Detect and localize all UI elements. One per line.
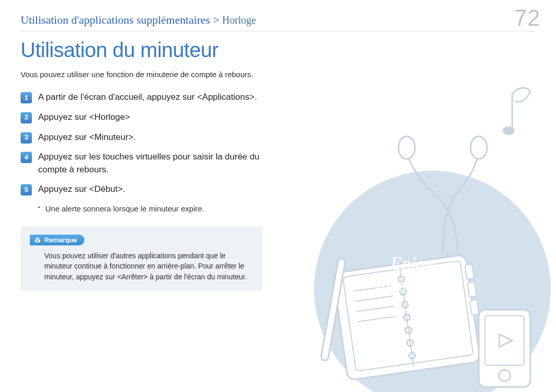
- svg-point-3: [471, 136, 487, 159]
- note-box: Remarque Vous pouvez utiliser d'autres a…: [21, 226, 263, 291]
- step-text: Appuyez sur les touches virtuelles pour …: [38, 151, 263, 176]
- decor-text: Enjoy music life: [376, 253, 448, 296]
- divider: [21, 31, 535, 31]
- svg-point-13: [409, 352, 416, 359]
- manual-page: 72 Utilisation d'applications supplément…: [0, 0, 556, 392]
- svg-line-6: [399, 266, 413, 366]
- svg-rect-18: [465, 264, 474, 279]
- svg-point-8: [399, 289, 407, 296]
- sub-bullet-list: Une alerte sonnera lorsque le minuteur e…: [38, 203, 265, 214]
- svg-line-14: [354, 286, 392, 291]
- step-number-badge: 1: [21, 92, 32, 103]
- svg-rect-22: [479, 310, 530, 387]
- music-note-icon: [503, 88, 530, 134]
- svg-point-7: [398, 276, 405, 283]
- svg-point-1: [503, 127, 514, 134]
- svg-line-15: [355, 296, 393, 301]
- step-item: 2 Appuyez sur <Horloge>: [21, 111, 263, 124]
- breadcrumb-separator: >: [213, 13, 219, 26]
- breadcrumb-current: Horloge: [222, 14, 256, 26]
- cube-icon: [34, 237, 41, 244]
- section-title: Utilisation du minuteur: [21, 39, 535, 62]
- svg-point-25: [499, 370, 510, 381]
- step-item: 3 Appuyez sur <Minuteur>.: [21, 131, 263, 144]
- planner-icon: [321, 255, 481, 380]
- step-number-badge: 5: [21, 184, 32, 195]
- step-item: 4 Appuyez sur les touches virtuelles pou…: [21, 151, 263, 176]
- step-text: Appuyez sur <Horloge>: [38, 111, 130, 124]
- step-number-badge: 2: [21, 112, 32, 123]
- svg-rect-23: [485, 316, 524, 365]
- step-item: 1 A partir de l'écran d'accueil, appuyez…: [21, 91, 263, 104]
- svg-point-12: [407, 340, 414, 347]
- step-text: Appuyez sur <Minuteur>.: [38, 131, 136, 144]
- svg-line-17: [358, 316, 396, 322]
- svg-point-0: [314, 171, 551, 392]
- svg-point-2: [398, 136, 415, 159]
- svg-line-16: [356, 306, 394, 311]
- decor-text-line1: Enjoy: [376, 253, 448, 274]
- note-label: Remarque: [44, 236, 77, 244]
- intro-text: Vous pouvez utiliser une fonction de min…: [21, 69, 263, 80]
- svg-point-9: [402, 301, 409, 308]
- decor-text-line2: music life: [376, 274, 448, 295]
- step-item: 5 Appuyez sur <Début>.: [21, 183, 263, 196]
- media-player-icon: [479, 310, 530, 387]
- sub-bullet-item: Une alerte sonnera lorsque le minuteur e…: [38, 203, 265, 214]
- steps-list: 1 A partir de l'écran d'accueil, appuyez…: [21, 91, 263, 196]
- svg-point-10: [403, 314, 410, 321]
- breadcrumb-parent: Utilisation d'applications supplémentair…: [21, 13, 210, 26]
- svg-rect-19: [467, 282, 477, 297]
- svg-point-11: [405, 327, 412, 334]
- note-text: Vous pouvez utiliser d'autres applicatio…: [44, 251, 253, 282]
- svg-rect-4: [333, 255, 481, 380]
- decorative-illustration: Enjoy music life: [309, 63, 556, 392]
- earphones-icon: [398, 136, 487, 315]
- svg-marker-24: [499, 334, 512, 347]
- step-text: A partir de l'écran d'accueil, appuyez s…: [38, 91, 257, 104]
- step-number-badge: 4: [21, 152, 32, 163]
- svg-rect-20: [470, 300, 479, 315]
- note-tag: Remarque: [30, 235, 84, 245]
- step-number-badge: 3: [21, 132, 32, 144]
- step-text: Appuyez sur <Début>.: [38, 183, 125, 196]
- svg-rect-21: [321, 258, 346, 361]
- breadcrumb: Utilisation d'applications supplémentair…: [21, 13, 535, 27]
- svg-rect-5: [343, 261, 474, 371]
- page-number: 72: [514, 5, 541, 31]
